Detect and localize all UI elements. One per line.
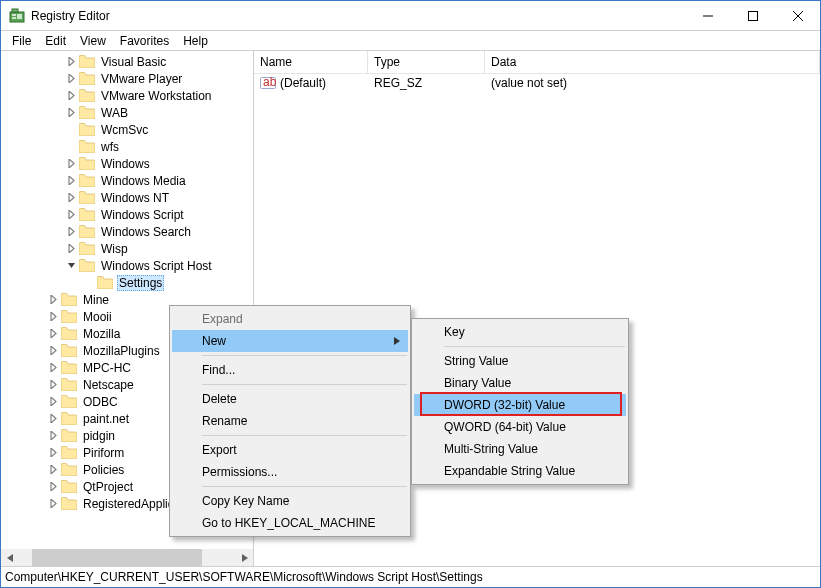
expand-icon[interactable] xyxy=(47,310,60,323)
folder-icon xyxy=(79,174,95,187)
expand-icon[interactable] xyxy=(65,208,78,221)
ctx-rename[interactable]: Rename xyxy=(172,410,408,432)
list-body[interactable]: (Default)REG_SZ(value not set) xyxy=(254,74,820,91)
menu-item-label: Go to HKEY_LOCAL_MACHINE xyxy=(202,516,375,530)
tree-item-label: ODBC xyxy=(81,395,120,409)
expand-icon[interactable] xyxy=(47,446,60,459)
expand-icon[interactable] xyxy=(47,412,60,425)
registry-editor-window: Registry Editor FileEditViewFavoritesHel… xyxy=(0,0,821,588)
ctx-export[interactable]: Export xyxy=(172,439,408,461)
expand-icon[interactable] xyxy=(47,497,60,510)
tree-item-windows-script[interactable]: Windows Script xyxy=(1,206,253,223)
scroll-thumb[interactable] xyxy=(32,549,202,566)
tree-item-wcmsvc[interactable]: WcmSvc xyxy=(1,121,253,138)
menu-file[interactable]: File xyxy=(5,32,38,50)
tree-item-vmware-player[interactable]: VMware Player xyxy=(1,70,253,87)
expand-icon[interactable] xyxy=(65,191,78,204)
tree-hscrollbar[interactable] xyxy=(1,549,253,566)
tree-item-windows-media[interactable]: Windows Media xyxy=(1,172,253,189)
menu-item-label: Find... xyxy=(202,363,235,377)
folder-icon xyxy=(79,157,95,170)
tree-item-wab[interactable]: WAB xyxy=(1,104,253,121)
expand-icon[interactable] xyxy=(65,242,78,255)
new-expandable-string-value[interactable]: Expandable String Value xyxy=(414,460,626,482)
expand-icon[interactable] xyxy=(47,361,60,374)
menu-separator xyxy=(202,355,407,356)
value-row[interactable]: (Default)REG_SZ(value not set) xyxy=(254,74,820,91)
column-data[interactable]: Data xyxy=(485,51,820,73)
ctx-find[interactable]: Find... xyxy=(172,359,408,381)
ctx-expand[interactable]: Expand xyxy=(172,308,408,330)
expand-placeholder xyxy=(65,140,78,153)
collapse-icon[interactable] xyxy=(65,259,78,272)
context-menu[interactable]: ExpandNewFind...DeleteRenameExportPermis… xyxy=(169,305,411,537)
expand-icon[interactable] xyxy=(65,55,78,68)
expand-icon[interactable] xyxy=(47,327,60,340)
minimize-button[interactable] xyxy=(685,1,730,30)
tree-item-label: MPC-HC xyxy=(81,361,133,375)
ctx-new[interactable]: New xyxy=(172,330,408,352)
tree-item-label: Piriform xyxy=(81,446,126,460)
maximize-button[interactable] xyxy=(730,1,775,30)
new-dword-32-bit-value[interactable]: DWORD (32-bit) Value xyxy=(414,394,626,416)
scroll-right-button[interactable] xyxy=(236,549,253,566)
expand-icon[interactable] xyxy=(65,89,78,102)
tree-item-visual-basic[interactable]: Visual Basic xyxy=(1,53,253,70)
folder-icon xyxy=(61,412,77,425)
tree-item-vmware-workstation[interactable]: VMware Workstation xyxy=(1,87,253,104)
menu-item-label: Permissions... xyxy=(202,465,277,479)
expand-icon[interactable] xyxy=(65,174,78,187)
tree-item-label: wfs xyxy=(99,140,121,154)
tree-item-label: WAB xyxy=(99,106,130,120)
menu-edit[interactable]: Edit xyxy=(38,32,73,50)
folder-icon xyxy=(79,123,95,136)
new-multi-string-value[interactable]: Multi-String Value xyxy=(414,438,626,460)
menu-separator xyxy=(202,435,407,436)
ctx-copy-key-name[interactable]: Copy Key Name xyxy=(172,490,408,512)
tree-item-windows-search[interactable]: Windows Search xyxy=(1,223,253,240)
expand-icon[interactable] xyxy=(65,72,78,85)
tree-item-wisp[interactable]: Wisp xyxy=(1,240,253,257)
folder-icon xyxy=(79,89,95,102)
menu-help[interactable]: Help xyxy=(176,32,215,50)
tree-item-label: MozillaPlugins xyxy=(81,344,162,358)
scroll-track[interactable] xyxy=(18,549,236,566)
folder-icon xyxy=(79,106,95,119)
close-button[interactable] xyxy=(775,1,820,30)
expand-icon[interactable] xyxy=(47,429,60,442)
new-submenu[interactable]: KeyString ValueBinary ValueDWORD (32-bit… xyxy=(411,318,629,485)
expand-icon[interactable] xyxy=(47,293,60,306)
column-name[interactable]: Name xyxy=(254,51,368,73)
new-string-value[interactable]: String Value xyxy=(414,350,626,372)
expand-icon[interactable] xyxy=(65,157,78,170)
expand-icon[interactable] xyxy=(47,395,60,408)
expand-icon[interactable] xyxy=(65,106,78,119)
list-header[interactable]: Name Type Data xyxy=(254,51,820,74)
ctx-delete[interactable]: Delete xyxy=(172,388,408,410)
tree-item-windows-script-host[interactable]: Windows Script Host xyxy=(1,257,253,274)
expand-icon[interactable] xyxy=(47,463,60,476)
expand-icon[interactable] xyxy=(47,344,60,357)
tree-item-windows-nt[interactable]: Windows NT xyxy=(1,189,253,206)
tree-item-settings[interactable]: Settings xyxy=(1,274,253,291)
new-binary-value[interactable]: Binary Value xyxy=(414,372,626,394)
menu-view[interactable]: View xyxy=(73,32,113,50)
scroll-left-button[interactable] xyxy=(1,549,18,566)
expand-icon[interactable] xyxy=(47,378,60,391)
expand-icon[interactable] xyxy=(47,480,60,493)
menu-item-label: Delete xyxy=(202,392,237,406)
menu-item-label: New xyxy=(202,334,226,348)
column-type[interactable]: Type xyxy=(368,51,485,73)
titlebar[interactable]: Registry Editor xyxy=(1,1,820,31)
expand-icon[interactable] xyxy=(65,225,78,238)
regedit-icon xyxy=(9,8,25,24)
new-qword-64-bit-value[interactable]: QWORD (64-bit) Value xyxy=(414,416,626,438)
tree-item-windows[interactable]: Windows xyxy=(1,155,253,172)
menubar: FileEditViewFavoritesHelp xyxy=(1,31,820,50)
tree-item-wfs[interactable]: wfs xyxy=(1,138,253,155)
ctx-go-to-hkey-local-machine[interactable]: Go to HKEY_LOCAL_MACHINE xyxy=(172,512,408,534)
menu-favorites[interactable]: Favorites xyxy=(113,32,176,50)
folder-icon xyxy=(97,276,113,289)
ctx-permissions[interactable]: Permissions... xyxy=(172,461,408,483)
new-key[interactable]: Key xyxy=(414,321,626,343)
